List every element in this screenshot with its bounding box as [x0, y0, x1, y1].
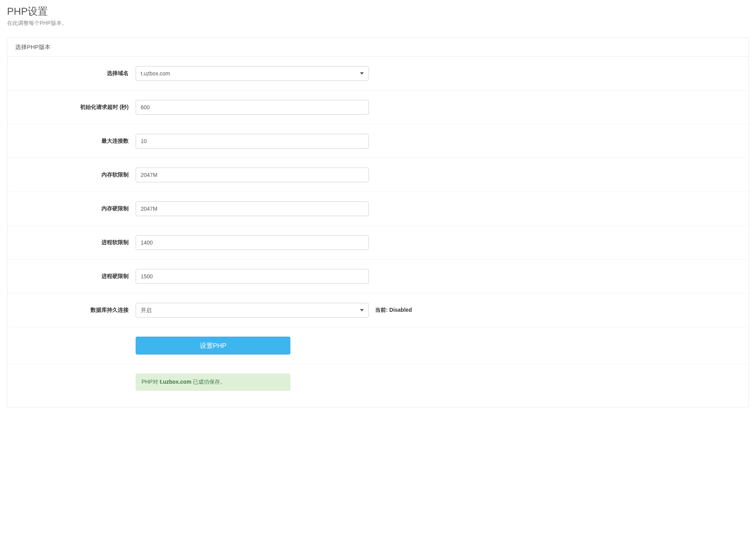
- label-proc-soft: 进程软限制: [15, 239, 136, 246]
- row-mem-soft: 内存软限制: [7, 158, 749, 192]
- alert-success: PHP对 t.uzbox.com 已成功保存。: [136, 374, 290, 391]
- label-max-connections: 最大连接数: [15, 138, 136, 145]
- panel-header: 选择PHP版本: [7, 38, 749, 57]
- label-mem-hard: 内存硬限制: [15, 205, 136, 212]
- row-persistent: 数据库持久连接 开启 当前: Disabled: [7, 293, 749, 327]
- row-max-connections: 最大连接数: [7, 124, 749, 158]
- input-init-timeout[interactable]: [136, 100, 369, 115]
- alert-suffix: 已成功保存。: [191, 379, 225, 385]
- alert-prefix: PHP对: [141, 379, 160, 385]
- help-persistent: 当前: Disabled: [375, 307, 412, 314]
- input-mem-soft[interactable]: [136, 168, 369, 182]
- submit-button[interactable]: 设置PHP: [136, 337, 290, 355]
- input-proc-hard[interactable]: [136, 269, 369, 284]
- label-domain: 选择域名: [15, 70, 136, 77]
- label-init-timeout: 初始化请求超时 (秒): [15, 104, 136, 111]
- input-max-connections[interactable]: [136, 134, 369, 148]
- input-mem-hard[interactable]: [136, 201, 369, 216]
- alert-domain: t.uzbox.com: [160, 379, 192, 385]
- label-persistent: 数据库持久连接: [15, 307, 136, 314]
- row-submit: 设置PHP: [7, 327, 749, 364]
- label-proc-hard: 进程硬限制: [15, 273, 136, 280]
- row-alert: PHP对 t.uzbox.com 已成功保存。: [7, 364, 749, 407]
- label-mem-soft: 内存软限制: [15, 171, 136, 178]
- input-proc-soft[interactable]: [136, 235, 369, 250]
- row-mem-hard: 内存硬限制: [7, 192, 749, 226]
- settings-panel: 选择PHP版本 选择域名 t.uzbox.com 初始化请求超时 (秒) 最大连…: [7, 38, 749, 407]
- page-subtitle: 在此调整每个PHP版本。: [7, 20, 749, 27]
- row-proc-soft: 进程软限制: [7, 226, 749, 260]
- row-proc-hard: 进程硬限制: [7, 260, 749, 293]
- select-persistent[interactable]: 开启: [136, 303, 369, 318]
- page-title: PHP设置: [7, 5, 749, 18]
- row-domain: 选择域名 t.uzbox.com: [7, 57, 749, 91]
- select-domain[interactable]: t.uzbox.com: [136, 66, 369, 81]
- row-init-timeout: 初始化请求超时 (秒): [7, 91, 749, 124]
